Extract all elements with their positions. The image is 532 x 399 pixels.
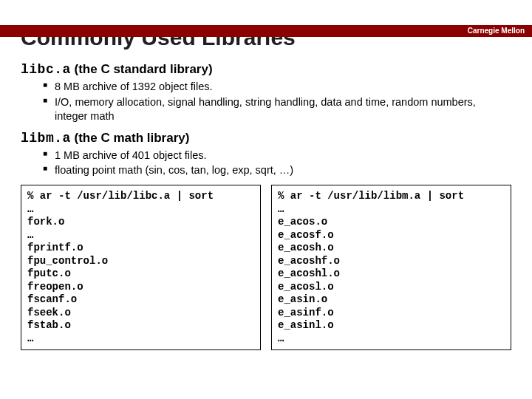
section-libm: libm.a (the C math library) 1 MB archive… bbox=[21, 131, 511, 178]
top-bar bbox=[0, 25, 532, 37]
list-item: 8 MB archive of 1392 object files. bbox=[43, 80, 511, 94]
list-item: I/O, memory allocation, signal handling,… bbox=[43, 95, 511, 123]
libm-desc: (the C math library) bbox=[71, 131, 190, 145]
libc-desc: (the C standard library) bbox=[71, 62, 213, 76]
libm-name: libm.a bbox=[21, 131, 71, 146]
libc-name: libc.a bbox=[21, 62, 71, 77]
code-box-libc: % ar -t /usr/lib/libc.a | sort … fork.o … bbox=[21, 185, 261, 350]
libm-heading: libm.a (the C math library) bbox=[21, 131, 511, 146]
brand-label: Carnegie Mellon bbox=[468, 25, 525, 37]
list-item: floating point math (sin, cos, tan, log,… bbox=[43, 163, 511, 177]
code-box-libm: % ar -t /usr/lib/libm.a | sort … e_acos.… bbox=[271, 185, 511, 350]
code-columns: % ar -t /usr/lib/libc.a | sort … fork.o … bbox=[21, 185, 511, 350]
libm-bullets: 1 MB archive of 401 object files. floati… bbox=[21, 149, 511, 178]
section-libc: libc.a (the C standard library) 8 MB arc… bbox=[21, 62, 511, 123]
slide: Carnegie Mellon Commonly Used Libraries … bbox=[0, 25, 532, 399]
list-item: 1 MB archive of 401 object files. bbox=[43, 149, 511, 163]
libc-heading: libc.a (the C standard library) bbox=[21, 62, 511, 77]
libc-bullets: 8 MB archive of 1392 object files. I/O, … bbox=[21, 80, 511, 123]
